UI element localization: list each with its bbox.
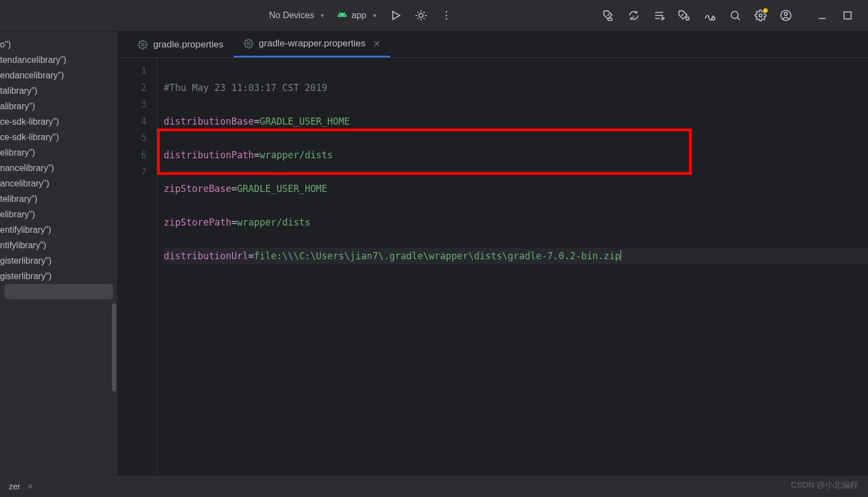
sidebar-item[interactable]: ntifylibrary"): [0, 238, 117, 253]
search-icon[interactable]: [729, 9, 741, 22]
profiler-icon[interactable]: [704, 9, 716, 22]
svg-point-1: [419, 13, 423, 17]
text-cursor: [621, 250, 621, 261]
svg-point-2: [445, 11, 447, 13]
sidebar-item[interactable]: alibrary"): [0, 99, 117, 114]
status-text: zer: [9, 482, 20, 491]
breakpoint-icon[interactable]: [678, 9, 691, 22]
minimize-icon[interactable]: [816, 9, 828, 22]
status-left: zer ✕: [9, 482, 34, 491]
more-icon[interactable]: [440, 9, 452, 22]
sidebar-item[interactable]: o"): [0, 37, 117, 52]
device-label: No Devices: [269, 10, 314, 20]
chevron-down-icon: ▾: [373, 12, 376, 19]
account-icon[interactable]: [780, 9, 792, 22]
sidebar-list: o") tendancelibrary") endancelibrary") t…: [0, 31, 117, 300]
toolbar-right-group: A: [602, 9, 859, 22]
code-line: [164, 281, 868, 298]
svg-marker-0: [392, 12, 400, 20]
gear-icon: [138, 40, 148, 50]
tab-label: gradle-wrapper.properties: [259, 38, 366, 49]
svg-point-13: [731, 12, 738, 19]
line-number: 1: [118, 62, 147, 79]
svg-text:A: A: [632, 15, 635, 20]
svg-point-15: [759, 14, 762, 17]
svg-point-3: [445, 15, 447, 17]
toolbar-center-group: No Devices ▾ app ▾: [119, 9, 602, 22]
project-sidebar: o") tendancelibrary") endancelibrary") t…: [0, 31, 118, 475]
svg-marker-10: [662, 17, 665, 20]
svg-point-4: [445, 18, 447, 20]
sidebar-item[interactable]: ce-sdk-library"): [0, 114, 117, 130]
line-gutter: 1 2 3 4 5 6 7: [118, 58, 157, 475]
main-toolbar: No Devices ▾ app ▾ A: [0, 0, 868, 31]
device-selector[interactable]: No Devices ▾: [269, 10, 324, 20]
tab-gradle-wrapper-properties[interactable]: gradle-wrapper.properties ✕: [234, 31, 391, 57]
maximize-icon[interactable]: [842, 9, 854, 22]
android-icon: [337, 9, 347, 22]
code-line: distributionBase=GRADLE_USER_HOME: [164, 113, 868, 130]
sidebar-item[interactable]: ancelibrary"): [0, 176, 117, 191]
sidebar-item[interactable]: tendancelibrary"): [0, 52, 117, 68]
main-content: o") tendancelibrary") endancelibrary") t…: [0, 31, 868, 475]
code-line: #Thu May 23 11:03:17 CST 2019: [164, 79, 868, 97]
debug-icon[interactable]: [415, 9, 427, 22]
sidebar-item[interactable]: elibrary"): [0, 207, 117, 222]
build-icon[interactable]: [602, 9, 614, 22]
run-config-selector[interactable]: app ▾: [337, 9, 376, 22]
svg-point-20: [142, 43, 144, 46]
sidebar-item[interactable]: elibrary"): [0, 145, 117, 161]
line-number: 6: [118, 147, 147, 164]
line-number: 5: [118, 130, 147, 147]
line-number: 3: [118, 96, 147, 113]
sidebar-item-selected[interactable]: [4, 284, 113, 300]
svg-line-14: [737, 18, 740, 20]
sidebar-scrollbar[interactable]: [112, 303, 116, 392]
tab-label: gradle.properties: [153, 39, 224, 50]
svg-point-17: [784, 13, 788, 16]
sidebar-item[interactable]: telibrary"): [0, 191, 117, 207]
sidebar-item[interactable]: ce-sdk-library"): [0, 130, 117, 145]
svg-point-11: [686, 17, 689, 20]
svg-point-21: [247, 42, 250, 45]
code-editor[interactable]: 1 2 3 4 5 6 7 #Thu May 23 11:03:17 CST 2…: [118, 58, 868, 475]
close-icon[interactable]: ✕: [373, 39, 380, 49]
tab-bar: gradle.properties gradle-wrapper.propert…: [118, 31, 868, 58]
code-line: zipStoreBase=GRADLE_USER_HOME: [164, 180, 868, 197]
tab-gradle-properties[interactable]: gradle.properties: [128, 31, 234, 57]
line-number: 2: [118, 79, 147, 97]
settings-icon[interactable]: [754, 9, 767, 22]
device-manager-icon[interactable]: [653, 9, 665, 22]
sidebar-item[interactable]: talibrary"): [0, 83, 117, 99]
svg-point-12: [712, 17, 715, 20]
svg-rect-5: [608, 18, 612, 21]
close-icon[interactable]: ✕: [27, 482, 34, 491]
comment-text: #Thu May 23 11:03:17 CST 2019: [164, 82, 327, 93]
svg-rect-19: [844, 12, 851, 19]
sidebar-item[interactable]: gisterlibrary"): [0, 269, 117, 284]
line-number: 7: [118, 163, 147, 180]
sidebar-item[interactable]: gisterlibrary"): [0, 253, 117, 269]
sidebar-item[interactable]: entifylibrary"): [0, 222, 117, 238]
gear-icon: [244, 39, 254, 49]
chevron-down-icon: ▾: [321, 12, 324, 19]
code-content[interactable]: #Thu May 23 11:03:17 CST 2019 distributi…: [157, 58, 868, 475]
status-bar: zer ✕: [0, 475, 868, 497]
code-line: zipStorePath=wrapper/dists: [164, 214, 868, 231]
sidebar-item[interactable]: endancelibrary"): [0, 68, 117, 83]
watermark-text: CSDN @小北编程: [791, 480, 858, 490]
sidebar-item[interactable]: nancelibrary"): [0, 161, 117, 176]
sync-icon[interactable]: A: [628, 9, 640, 22]
line-number: 4: [118, 113, 147, 130]
run-icon[interactable]: [390, 9, 402, 22]
code-line-highlighted: distributionUrl=file:\\\C:\Users\jian7\.…: [164, 248, 868, 265]
code-line: distributionPath=wrapper/dists: [164, 147, 868, 164]
app-label: app: [352, 10, 366, 20]
editor-area: gradle.properties gradle-wrapper.propert…: [118, 31, 868, 475]
